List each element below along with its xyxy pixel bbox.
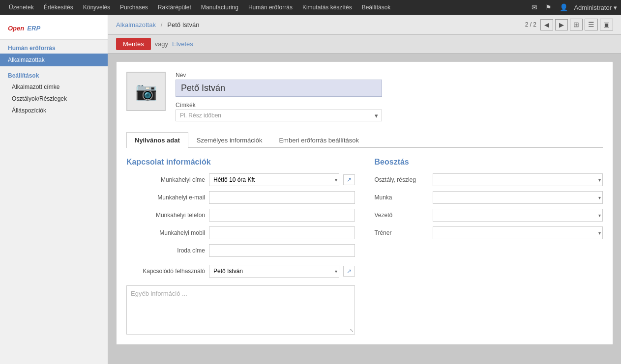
employee-form: 📷 Név Címkék Pl. Rész időben Nyilvános a… [116,61,613,345]
breadcrumb-separator: / [161,21,163,28]
manager-select[interactable] [433,209,603,222]
admin-label-text: Administrator [574,4,612,11]
job-label: Munka [375,194,429,201]
work-address-row: Munkahelyi címe Hétfő 10 óra Kft ▾ ↗ [126,173,355,186]
tags-label: Címkék [176,102,603,109]
trainer-select-wrapper: ▾ [433,226,603,239]
trainer-select[interactable] [433,226,603,239]
work-mobile-label: Munkahelyi mobil [126,229,205,236]
toolbar-right: 2 / 2 ◀ ▶ ⊞ ☰ ▣ [525,19,613,30]
nav-warehouse[interactable]: Raktárépület [153,0,196,15]
related-user-row: Kapcsolódó felhasználó Pető István ▾ ↗ [126,265,355,278]
work-email-input[interactable] [209,191,355,204]
work-address-label: Munkahelyi címe [126,176,205,183]
envelope-icon[interactable]: ✉ [530,3,539,11]
contact-section: Kapcsolat információk Munkahelyi címe Hé… [126,158,355,335]
name-label: Név [176,72,603,79]
sidebar-item-job-positions[interactable]: Álláspozíciók [0,105,108,116]
sidebar: Open ERP Humán erőforrás Alkalmazottak B… [0,15,108,364]
nav-accounting[interactable]: Könyvelés [78,0,115,15]
admin-arrow-icon: ▾ [614,4,617,11]
work-mobile-input[interactable] [209,226,355,239]
work-address-select[interactable]: Hétfő 10 óra Kft [209,173,339,186]
grid-view-button[interactable]: ⊞ [570,19,583,30]
page-indicator: 2 / 2 [525,21,536,28]
office-address-input[interactable] [209,244,355,257]
department-select[interactable] [433,173,603,186]
work-phone-row: Munkahelyi telefon [126,209,355,222]
work-mobile-row: Munkahelyi mobil [126,226,355,239]
breadcrumb-toolbar: Alkalmazottak / Pető István 2 / 2 ◀ ▶ ⊞ … [108,15,621,35]
tab-personal[interactable]: Személyes információk [188,132,271,148]
breadcrumb-parent[interactable]: Alkalmazottak [116,21,156,28]
position-section: Beosztás Osztály, részleg ▾ Munk [375,158,603,335]
form-columns: Kapcsolat információk Munkahelyi címe Hé… [126,158,603,335]
trainer-label: Tréner [375,229,429,236]
nav-messages[interactable]: Üzenetek [4,0,39,15]
bell-icon[interactable]: ⚑ [543,3,554,11]
work-address-ext-link[interactable]: ↗ [343,174,355,185]
save-button[interactable]: Mentés [116,38,151,50]
nav-manufacturing[interactable]: Manufacturing [196,0,243,15]
top-navigation: Üzenetek Értékesítés Könyvelés Purchases… [0,0,621,15]
nav-reports[interactable]: Kimutatás készítés [297,0,357,15]
discard-button[interactable]: Elvetés [172,40,193,48]
nav-settings[interactable]: Beállítások [357,0,396,15]
tags-select[interactable]: Pl. Rész időben [176,110,382,121]
related-user-ext-link[interactable]: ↗ [343,266,355,277]
breadcrumb-current: Pető István [167,21,199,28]
account-icon[interactable]: 👤 [558,3,570,11]
manager-label: Vezető [375,212,429,219]
form-view-button[interactable]: ▣ [600,19,613,30]
job-select-wrapper: ▾ [433,191,603,204]
list-view-button[interactable]: ☰ [585,19,598,30]
nav-hr[interactable]: Humán erőforrás [243,0,297,15]
action-bar: Mentés vagy Elvetés [108,35,621,54]
sidebar-item-departments[interactable]: Osztályok/Részlegek [0,93,108,105]
work-phone-label: Munkahelyi telefon [126,212,205,219]
prev-button[interactable]: ◀ [540,19,553,30]
nav-sales[interactable]: Értékesítés [39,0,78,15]
sidebar-settings-section: Beállítások [0,66,108,81]
related-user-select-wrapper: Pető István ▾ [209,265,339,278]
manager-select-wrapper: ▾ [433,209,603,222]
name-input[interactable] [176,80,382,97]
logo[interactable]: Open ERP [0,15,108,40]
contact-section-title: Kapcsolat információk [126,158,355,167]
sidebar-item-employees[interactable]: Alkalmazottak [0,54,108,66]
resize-handle[interactable]: ⤡ [350,328,354,333]
position-section-title: Beosztás [375,158,603,167]
employee-header: 📷 Név Címkék Pl. Rész időben [126,72,603,121]
next-button[interactable]: ▶ [555,19,568,30]
tab-public[interactable]: Nyilvános adat [126,132,188,148]
work-phone-input[interactable] [209,209,355,222]
job-row: Munka ▾ [375,191,603,204]
office-address-row: Iroda címe [126,244,355,257]
logo-dot: ERP [27,25,40,32]
tab-hr-settings[interactable]: Emberi erőforrás beállítások [270,132,367,148]
job-select[interactable] [433,191,603,204]
content-area: Alkalmazottak / Pető István 2 / 2 ◀ ▶ ⊞ … [108,15,621,364]
nav-purchases[interactable]: Purchases [115,0,153,15]
work-email-label: Munkahelyi e-mail [126,194,205,201]
avatar[interactable]: 📷 [126,72,166,111]
sidebar-hr-section: Humán erőforrás [0,40,108,54]
department-row: Osztály, részleg ▾ [375,173,603,186]
sidebar-item-employee-tag[interactable]: Alkalmazott címke [0,81,108,93]
tags-select-wrapper: Pl. Rész időben [176,110,382,121]
notes-placeholder: Egyéb információ ... [131,290,187,297]
or-label: vagy [155,40,168,48]
department-select-wrapper: ▾ [433,173,603,186]
work-email-row: Munkahelyi e-mail [126,191,355,204]
office-address-label: Iroda címe [126,247,205,254]
camera-icon: 📷 [135,81,157,102]
admin-menu[interactable]: Administrator ▾ [574,4,617,11]
breadcrumb: Alkalmazottak / Pető István [116,21,521,28]
notes-area[interactable]: Egyéb információ ... ⤡ [126,285,355,335]
related-user-select[interactable]: Pető István [209,265,339,278]
logo-open: Open [8,25,24,32]
manager-row: Vezető ▾ [375,209,603,222]
employee-name-section: Név Címkék Pl. Rész időben [176,72,603,121]
related-user-label: Kapcsolódó felhasználó [126,268,205,275]
form-tabs: Nyilvános adat Személyes információk Emb… [126,131,603,148]
